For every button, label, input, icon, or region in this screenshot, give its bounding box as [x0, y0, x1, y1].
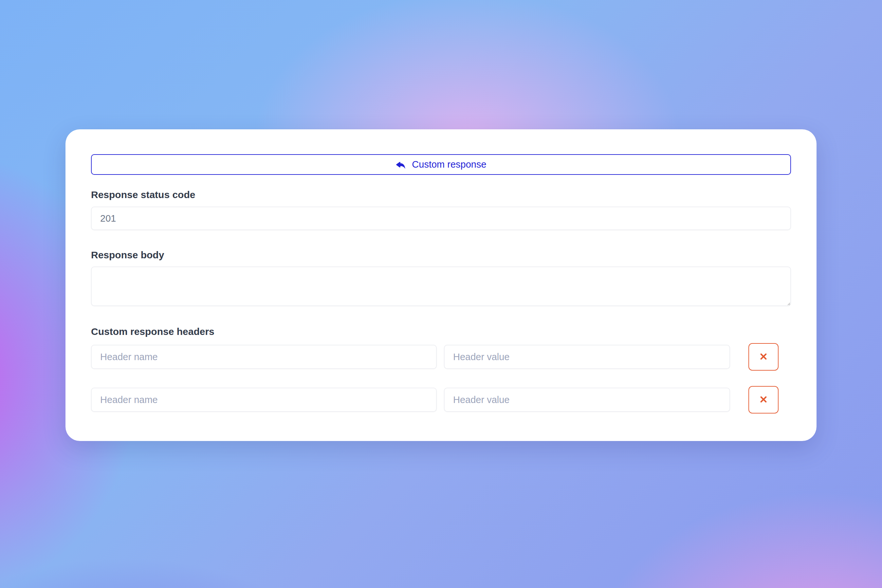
response-body-textarea[interactable] — [91, 267, 791, 306]
remove-header-button[interactable] — [748, 343, 778, 370]
x-icon — [758, 351, 769, 363]
header-name-input[interactable] — [91, 388, 437, 412]
header-value-input[interactable] — [444, 345, 730, 369]
x-icon — [758, 394, 769, 406]
response-body-label: Response body — [91, 249, 791, 261]
remove-header-button[interactable] — [748, 386, 778, 414]
custom-response-button-label: Custom response — [412, 159, 486, 170]
response-status-code-label: Response status code — [91, 189, 791, 201]
header-row — [91, 386, 791, 414]
custom-response-card: Custom response Response status code Res… — [66, 129, 816, 441]
header-value-input[interactable] — [444, 388, 730, 412]
header-row — [91, 343, 791, 370]
custom-response-headers-label: Custom response headers — [91, 326, 791, 338]
custom-response-button[interactable]: Custom response — [91, 154, 791, 175]
header-name-input[interactable] — [91, 345, 437, 369]
reply-icon — [396, 159, 406, 170]
response-status-code-input[interactable] — [91, 207, 791, 230]
